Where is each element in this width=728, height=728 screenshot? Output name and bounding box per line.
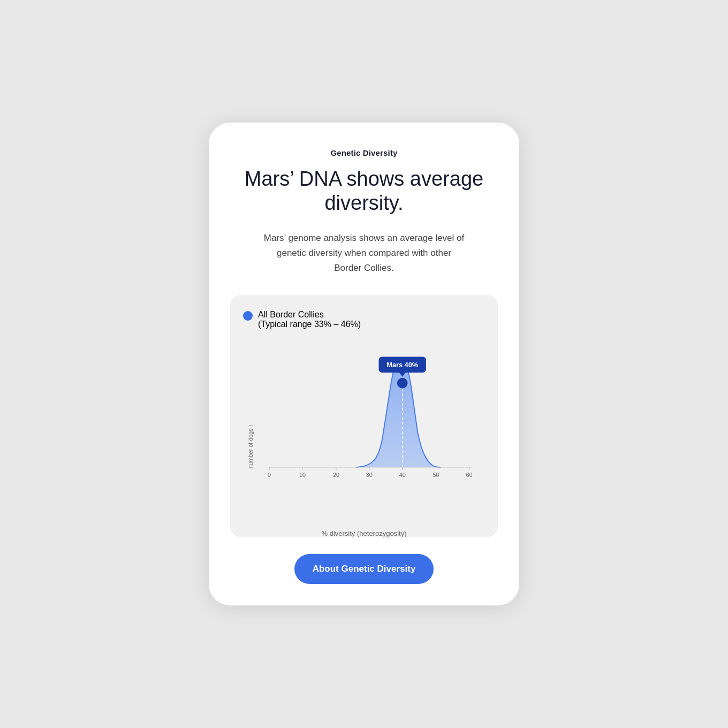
chart-card: All Border Collies (Typical range 33% – … (230, 295, 498, 537)
x-tick-label-50: 50 (433, 472, 439, 478)
legend-text: All Border Collies (Typical range 33% – … (258, 310, 361, 329)
chart-area: number of dogs ↑ (243, 342, 485, 524)
about-button[interactable]: About Genetic Diversity (294, 554, 434, 584)
footer-section: About Genetic Diversity (209, 554, 519, 584)
y-axis-label: number of dogs ↑ (247, 424, 254, 468)
chart-svg: number of dogs ↑ (243, 342, 485, 524)
main-title: Mars’ DNA shows average diversity. (230, 167, 498, 216)
x-tick-label-0: 0 (268, 472, 271, 478)
x-tick-label-30: 30 (366, 472, 373, 478)
legend-sublabel: (Typical range 33% – 46%) (258, 320, 361, 329)
mars-dot (397, 378, 408, 389)
x-tick-label-10: 10 (299, 472, 306, 478)
x-tick-label-20: 20 (333, 472, 339, 478)
x-axis-label: % diversity (heterozygosity) (243, 529, 485, 537)
tooltip-text: Mars 40% (386, 361, 419, 369)
legend-dot-icon (243, 311, 253, 321)
page-content: Genetic Diversity Mars’ DNA shows averag… (209, 123, 519, 537)
chart-inner: number of dogs ↑ (243, 342, 485, 524)
section-label: Genetic Diversity (230, 148, 498, 157)
chart-legend: All Border Collies (Typical range 33% – … (243, 310, 485, 329)
legend-label: All Border Collies (258, 310, 324, 319)
x-tick-label-60: 60 (466, 472, 473, 478)
phone-frame: Genetic Diversity Mars’ DNA shows averag… (209, 123, 519, 605)
description: Mars’ genome analysis shows an average l… (262, 231, 466, 276)
x-tick-label-40: 40 (399, 472, 406, 478)
